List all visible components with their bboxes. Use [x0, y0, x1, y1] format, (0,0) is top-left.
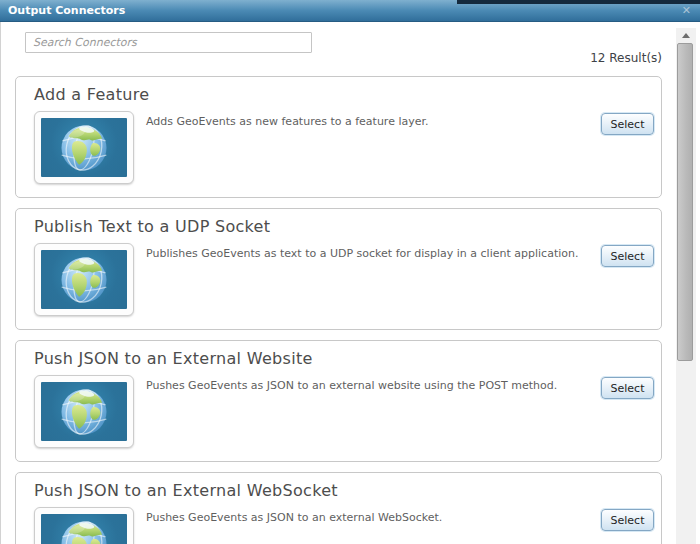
connector-title: Add a Feature [34, 85, 655, 104]
connector-card-push-json-website: Push JSON to an External Website Pushes … [15, 340, 662, 462]
connector-title: Push JSON to an External WebSocket [34, 481, 655, 500]
connector-title: Publish Text to a UDP Socket [34, 217, 655, 236]
dialog-left-border [0, 22, 1, 544]
globe-icon [41, 382, 127, 441]
connector-description: Publishes GeoEvents as text to a UDP soc… [146, 243, 601, 262]
connector-list: Add a Feature Adds GeoEvents as new feat… [15, 76, 662, 544]
dialog-title: Output Connectors [8, 4, 125, 17]
connector-thumbnail-frame [34, 375, 134, 448]
connector-thumbnail-frame [34, 243, 134, 316]
connector-card-publish-text-udp: Publish Text to a UDP Socket Publishes G… [15, 208, 662, 330]
scroll-up-arrow[interactable] [676, 28, 696, 42]
globe-icon [41, 118, 127, 177]
select-button[interactable]: Select [601, 377, 654, 399]
up-arrow-icon [682, 33, 690, 38]
connector-description: Pushes GeoEvents as JSON to an external … [146, 375, 601, 394]
select-button[interactable]: Select [601, 245, 654, 267]
results-count: 12 Result(s) [590, 51, 662, 65]
search-input[interactable] [25, 32, 312, 53]
connector-description: Adds GeoEvents as new features to a feat… [146, 111, 601, 130]
globe-icon [41, 514, 127, 544]
connector-thumbnail-frame [34, 507, 134, 544]
connector-description: Pushes GeoEvents as JSON to an external … [146, 507, 601, 526]
background-page-strip [457, 0, 700, 4]
scrollbar-thumb[interactable] [677, 43, 693, 361]
connector-card-push-json-websocket: Push JSON to an External WebSocket Pushe… [15, 472, 662, 544]
select-button[interactable]: Select [601, 509, 654, 531]
scrollbar-track[interactable] [676, 28, 696, 544]
select-button[interactable]: Select [601, 113, 654, 135]
connector-card-add-a-feature: Add a Feature Adds GeoEvents as new feat… [15, 76, 662, 198]
connector-title: Push JSON to an External Website [34, 349, 655, 368]
connector-thumbnail-frame [34, 111, 134, 184]
globe-icon [41, 250, 127, 309]
